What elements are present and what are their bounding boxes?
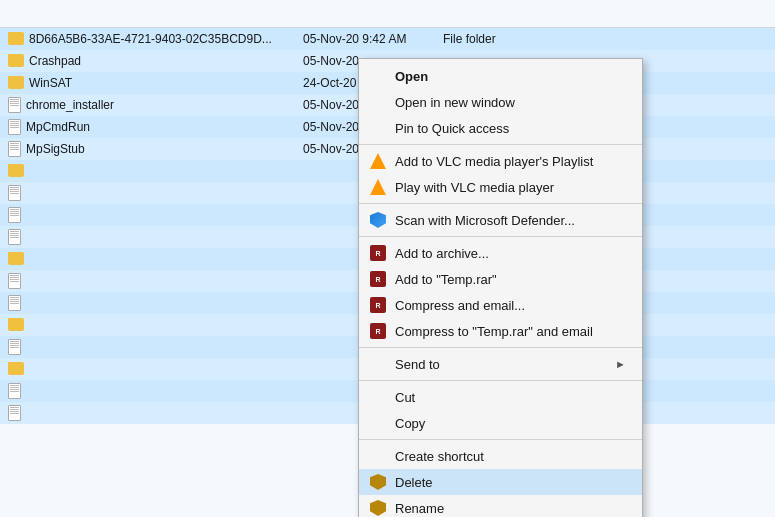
file-icon (8, 207, 21, 223)
menu-item-icon (369, 355, 387, 373)
file-name (8, 339, 303, 355)
submenu-arrow: ► (615, 358, 626, 370)
menu-label: Add to VLC media player's Playlist (395, 154, 626, 169)
file-icon (8, 383, 21, 399)
menu-item-send-to[interactable]: Send to ► (359, 351, 642, 377)
file-name (8, 185, 303, 201)
folder-icon (8, 54, 24, 67)
menu-label: Pin to Quick access (395, 121, 626, 136)
file-icon (8, 185, 21, 201)
menu-item-icon (369, 388, 387, 406)
menu-separator (359, 439, 642, 440)
menu-label: Scan with Microsoft Defender... (395, 213, 626, 228)
file-icon (8, 229, 21, 245)
menu-item-pin-quick-access[interactable]: Pin to Quick access (359, 115, 642, 141)
file-name (8, 273, 303, 289)
table-row[interactable]: 8D66A5B6-33AE-4721-9403-02C35BCD9D... 05… (0, 28, 775, 50)
menu-label: Open (395, 69, 626, 84)
menu-item-icon (369, 67, 387, 85)
menu-item-scan-defender[interactable]: Scan with Microsoft Defender... (359, 207, 642, 233)
menu-item-add-archive[interactable]: R Add to archive... (359, 240, 642, 266)
menu-item-icon (369, 152, 387, 170)
menu-item-copy[interactable]: Copy (359, 410, 642, 436)
menu-label: Delete (395, 475, 626, 490)
file-type: File folder (443, 32, 553, 46)
menu-label: Open in new window (395, 95, 626, 110)
menu-item-compress-email[interactable]: R Compress and email... (359, 292, 642, 318)
menu-label: Add to "Temp.rar" (395, 272, 626, 287)
file-name: WinSAT (8, 76, 303, 90)
menu-label: Rename (395, 501, 626, 516)
file-name (8, 383, 303, 399)
menu-item-icon (369, 93, 387, 111)
file-icon (8, 97, 21, 113)
file-icon (8, 405, 21, 421)
menu-item-rename[interactable]: Rename (359, 495, 642, 517)
file-name (8, 207, 303, 223)
file-name: MpSigStub (8, 141, 303, 157)
menu-item-cut[interactable]: Cut (359, 384, 642, 410)
menu-item-add-temp-rar[interactable]: R Add to "Temp.rar" (359, 266, 642, 292)
menu-label: Cut (395, 390, 626, 405)
menu-item-icon: R (369, 296, 387, 314)
shield-icon (370, 500, 386, 516)
menu-item-compress-temp-email[interactable]: R Compress to "Temp.rar" and email (359, 318, 642, 344)
vlc-icon (370, 153, 386, 169)
folder-icon (8, 318, 24, 331)
menu-item-icon: R (369, 270, 387, 288)
menu-label: Compress to "Temp.rar" and email (395, 324, 626, 339)
folder-icon (8, 362, 24, 375)
file-name (8, 295, 303, 311)
menu-item-icon (369, 414, 387, 432)
file-date: 05-Nov-20 9:42 AM (303, 32, 443, 46)
file-name (8, 318, 303, 331)
file-icon (8, 273, 21, 289)
menu-item-create-shortcut[interactable]: Create shortcut (359, 443, 642, 469)
file-name: 8D66A5B6-33AE-4721-9403-02C35BCD9D... (8, 32, 303, 46)
file-name (8, 362, 303, 375)
menu-separator (359, 236, 642, 237)
folder-icon (8, 76, 24, 89)
menu-item-icon (369, 178, 387, 196)
winrar-icon: R (370, 297, 386, 313)
menu-label: Create shortcut (395, 449, 626, 464)
file-name (8, 229, 303, 245)
menu-label: Add to archive... (395, 246, 626, 261)
vlc-icon (370, 179, 386, 195)
menu-label: Copy (395, 416, 626, 431)
file-name (8, 405, 303, 421)
winrar-icon: R (370, 271, 386, 287)
winrar-icon: R (370, 245, 386, 261)
file-name: chrome_installer (8, 97, 303, 113)
menu-separator (359, 380, 642, 381)
menu-item-delete[interactable]: Delete (359, 469, 642, 495)
menu-label: Send to (395, 357, 607, 372)
file-icon (8, 141, 21, 157)
folder-icon (8, 252, 24, 265)
folder-icon (8, 32, 24, 45)
menu-item-play-vlc[interactable]: Play with VLC media player (359, 174, 642, 200)
folder-icon (8, 164, 24, 177)
menu-separator (359, 144, 642, 145)
context-menu: Open Open in new window Pin to Quick acc… (358, 58, 643, 517)
menu-item-open[interactable]: Open (359, 63, 642, 89)
menu-item-icon (369, 499, 387, 517)
menu-item-icon: R (369, 322, 387, 340)
menu-item-icon (369, 447, 387, 465)
file-name (8, 164, 303, 177)
menu-separator (359, 347, 642, 348)
menu-item-icon (369, 211, 387, 229)
menu-item-open-new-window[interactable]: Open in new window (359, 89, 642, 115)
shield-icon (370, 474, 386, 490)
file-name: Crashpad (8, 54, 303, 68)
menu-label: Compress and email... (395, 298, 626, 313)
menu-item-icon (369, 119, 387, 137)
winrar-icon: R (370, 323, 386, 339)
menu-separator (359, 203, 642, 204)
file-name: MpCmdRun (8, 119, 303, 135)
column-header (0, 0, 775, 28)
file-icon (8, 119, 21, 135)
menu-item-icon: R (369, 244, 387, 262)
menu-item-add-vlc-playlist[interactable]: Add to VLC media player's Playlist (359, 148, 642, 174)
file-icon (8, 295, 21, 311)
